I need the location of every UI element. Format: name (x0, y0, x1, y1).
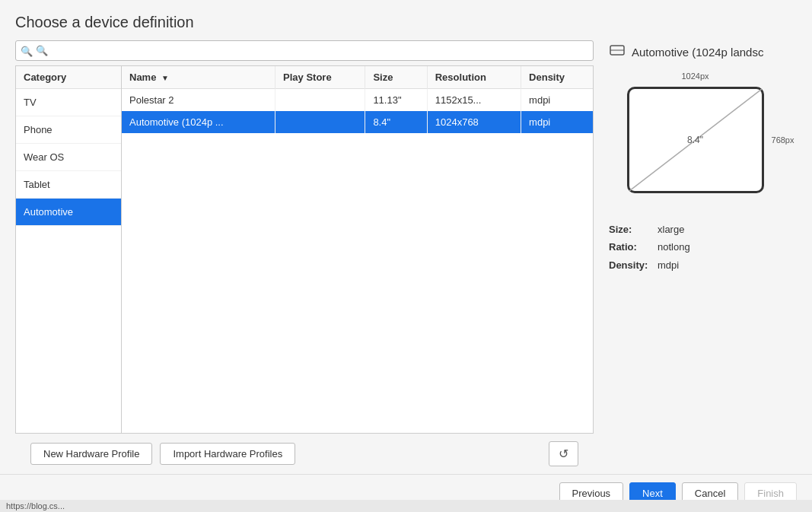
dialog: Choose a device definition 🔍 Category TV… (0, 0, 812, 512)
dialog-body: 🔍 Category TV Phone Wear OS Tablet Autom… (0, 40, 812, 474)
height-label: 768px (772, 87, 794, 193)
bottom-bar: New Hardware Profile Import Hardware Pro… (15, 434, 594, 474)
col-density: Density (521, 66, 593, 89)
spec-size-label: Size: (609, 221, 654, 238)
spec-size-value: xlarge (658, 221, 684, 238)
col-play-store: Play Store (275, 66, 365, 89)
import-hardware-profiles-button[interactable]: Import Hardware Profiles (160, 443, 295, 465)
left-panel: 🔍 Category TV Phone Wear OS Tablet Autom… (15, 40, 594, 474)
col-resolution: Resolution (427, 66, 521, 89)
spec-density-value: mdpi (658, 256, 679, 274)
search-wrapper: 🔍 (15, 40, 594, 61)
spec-density-label: Density: (609, 256, 654, 274)
cell-resolution-selected: 1024x768 (427, 111, 521, 133)
cell-density: mdpi (521, 89, 593, 112)
width-label: 1024px (627, 72, 764, 81)
content-area: Category TV Phone Wear OS Tablet Automot… (15, 65, 594, 434)
url-text: https://blog.cs... (6, 501, 65, 510)
col-size: Size (365, 66, 427, 89)
sidebar-item-automotive[interactable]: Automotive (16, 199, 121, 226)
cell-size: 11.13" (365, 89, 427, 112)
cell-name-selected: Automotive (1024p ... (122, 111, 275, 133)
category-header: Category (16, 66, 121, 89)
spec-ratio-value: notlong (658, 238, 690, 256)
device-preview-icon (609, 42, 626, 62)
cell-resolution: 1152x15... (427, 89, 521, 112)
search-input[interactable] (15, 40, 594, 61)
device-diagram: 1024px 8.4" 768px (627, 87, 764, 193)
sidebar-item-wear-os[interactable]: Wear OS (16, 144, 121, 171)
table-row-selected[interactable]: Automotive (1024p ... 8.4" 1024x768 mdpi (122, 111, 593, 133)
device-specs: Size: xlarge Ratio: notlong Density: mdp… (609, 221, 782, 274)
cell-size-selected: 8.4" (365, 111, 427, 133)
spec-density-row: Density: mdpi (609, 256, 782, 274)
cell-play-store (275, 89, 365, 112)
sort-arrow-name: ▼ (161, 74, 169, 82)
device-rect: 8.4" (627, 87, 764, 193)
sidebar-item-tablet[interactable]: Tablet (16, 171, 121, 199)
new-hardware-profile-button[interactable]: New Hardware Profile (30, 443, 152, 465)
right-panel: Automotive (1024p landsc 1024px 8.4" 768… (594, 40, 797, 474)
search-icon: 🔍 (21, 45, 33, 56)
preview-area: 1024px 8.4" 768px (609, 72, 782, 208)
device-table-wrapper: Name ▼ Play Store Size Resolution Densit… (122, 65, 594, 434)
table-row[interactable]: Polestar 2 11.13" 1152x15... mdpi (122, 89, 593, 112)
sidebar-item-tv[interactable]: TV (16, 89, 121, 116)
col-name[interactable]: Name ▼ (122, 66, 275, 89)
spec-ratio-row: Ratio: notlong (609, 238, 782, 256)
dialog-title: Choose a device definition (0, 0, 812, 40)
spec-size-row: Size: xlarge (609, 221, 782, 238)
cell-play-store-selected (275, 111, 365, 133)
category-list: Category TV Phone Wear OS Tablet Automot… (15, 65, 122, 434)
refresh-button[interactable]: ↺ (549, 441, 578, 466)
url-bar: https://blog.cs... (0, 500, 812, 512)
preview-title: Automotive (1024p landsc (609, 40, 782, 62)
cell-name: Polestar 2 (122, 89, 275, 112)
automotive-device-icon (609, 42, 626, 59)
preview-device-name: Automotive (1024p landsc (632, 46, 763, 59)
cell-density-selected: mdpi (521, 111, 593, 133)
device-table: Name ▼ Play Store Size Resolution Densit… (122, 66, 593, 133)
sidebar-item-phone[interactable]: Phone (16, 116, 121, 144)
spec-ratio-label: Ratio: (609, 238, 654, 256)
diagonal-label: 8.4" (687, 135, 703, 145)
